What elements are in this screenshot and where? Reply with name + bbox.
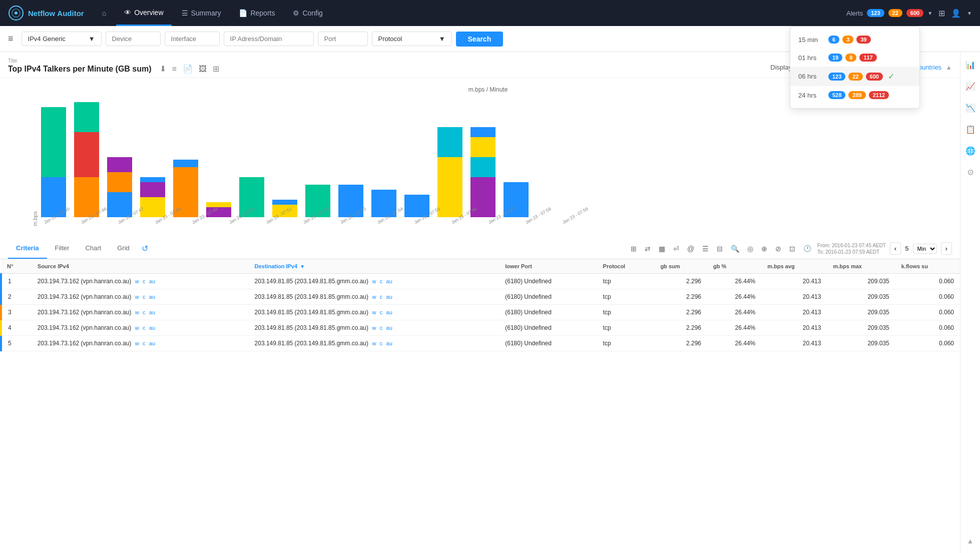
bar-group-10[interactable]: [368, 97, 399, 217]
alert-row-6hr[interactable]: 06 hrs 123 22 600 ✓: [790, 67, 919, 86]
user-icon[interactable]: 👤: [951, 9, 961, 18]
source-link-au[interactable]: au: [149, 278, 155, 284]
dest-link-w[interactable]: w: [372, 325, 376, 331]
at-icon[interactable]: @: [685, 243, 696, 255]
link-icon[interactable]: ⊘: [773, 243, 783, 255]
bar-group-5[interactable]: [203, 97, 234, 217]
notifications-icon[interactable]: ⊞: [938, 9, 945, 18]
alerts-badge-blue[interactable]: 123: [867, 9, 884, 17]
col-gbpct[interactable]: gb %: [707, 259, 761, 274]
collapse-icon[interactable]: ▲: [945, 64, 952, 71]
nav-overview[interactable]: 👁 Overview: [116, 0, 171, 26]
bar-group-8[interactable]: [302, 97, 333, 217]
nav-config[interactable]: ⚙ Config: [285, 0, 330, 26]
port-input[interactable]: [318, 32, 368, 46]
col-dest[interactable]: Destination IPv4 ▼: [249, 259, 500, 274]
user-dropdown-arrow[interactable]: ▼: [967, 11, 972, 16]
source-link-au[interactable]: au: [149, 309, 155, 315]
source-link-c[interactable]: c: [143, 325, 146, 331]
col-port[interactable]: lower Port: [499, 259, 597, 274]
source-link-w[interactable]: w: [135, 340, 139, 346]
bar-group-14[interactable]: [501, 97, 532, 217]
area-chart-icon[interactable]: 📉: [961, 99, 979, 117]
bar-group-7[interactable]: [269, 97, 300, 217]
nav-reports[interactable]: 📄 Reports: [231, 0, 283, 26]
source-link-w[interactable]: w: [135, 294, 139, 300]
pdf-icon[interactable]: 📄: [183, 64, 193, 74]
swap-icon[interactable]: ⇄: [643, 243, 653, 255]
alert-row-15min[interactable]: 15 min 6 3 39: [790, 31, 919, 49]
grid-icon[interactable]: ⊞: [629, 243, 639, 255]
dest-link-c[interactable]: c: [380, 309, 383, 315]
source-link-w[interactable]: w: [135, 309, 139, 315]
protocol-select[interactable]: Protocol ▼: [372, 32, 452, 46]
prev-page-button[interactable]: ‹: [890, 242, 901, 255]
source-link-c[interactable]: c: [143, 309, 146, 315]
interface-input[interactable]: [165, 32, 220, 46]
table-wrapper[interactable]: N° Source IPv4 Destination IPv4 ▼ lower …: [0, 259, 960, 553]
tab-grid[interactable]: Grid: [109, 238, 138, 259]
alerts-dropdown-arrow[interactable]: ▼: [927, 11, 932, 16]
sidebar-collapse-icon[interactable]: ▲: [963, 533, 978, 549]
dest-link-c[interactable]: c: [380, 294, 383, 300]
bar-group-13[interactable]: [467, 97, 499, 217]
dest-link-au[interactable]: au: [386, 294, 392, 300]
bar-group-3[interactable]: [137, 97, 168, 217]
history-icon[interactable]: ⏎: [671, 243, 681, 255]
nav-home[interactable]: ⌂: [94, 0, 114, 26]
source-link-c[interactable]: c: [143, 278, 146, 284]
search-button[interactable]: Search: [456, 32, 504, 47]
menu-icon[interactable]: ≡: [8, 34, 14, 44]
source-link-w[interactable]: w: [135, 325, 139, 331]
target-icon[interactable]: ◎: [745, 243, 755, 255]
col-source[interactable]: Source IPv4: [32, 259, 249, 274]
profile-select[interactable]: IPv4 Generic ▼: [22, 32, 102, 46]
columns-icon[interactable]: ⊟: [715, 243, 725, 255]
bar-group-9[interactable]: [335, 97, 366, 217]
dest-link-w[interactable]: w: [372, 278, 376, 284]
dest-link-au[interactable]: au: [386, 325, 392, 331]
merge-icon[interactable]: ⊕: [759, 243, 769, 255]
table-chart-icon[interactable]: 📋: [961, 121, 979, 138]
bar-icon[interactable]: ▦: [657, 243, 667, 255]
download-icon[interactable]: ⬇: [160, 64, 166, 74]
zoom-icon[interactable]: 🔍: [729, 243, 741, 255]
alerts-badge-red[interactable]: 600: [906, 9, 923, 17]
settings-icon[interactable]: ⚙: [963, 164, 978, 181]
globe-icon[interactable]: 🌐: [961, 142, 979, 160]
screenshot-icon[interactable]: 🖼: [199, 65, 207, 74]
list-icon[interactable]: ☰: [700, 243, 711, 255]
col-mbpsavg[interactable]: m.bps avg: [761, 259, 827, 274]
alert-row-24hr[interactable]: 24 hrs 528 289 2112: [790, 86, 919, 104]
bar-group-2[interactable]: [104, 97, 135, 217]
bar-group-1[interactable]: [71, 97, 102, 217]
dest-link-au[interactable]: au: [386, 309, 392, 315]
dest-link-w[interactable]: w: [372, 294, 376, 300]
tab-filter[interactable]: Filter: [47, 238, 78, 259]
tab-criteria[interactable]: Criteria: [8, 238, 47, 259]
filter-icon[interactable]: ≡: [172, 65, 177, 74]
tab-chart[interactable]: Chart: [77, 238, 109, 259]
col-mbpsmax[interactable]: m.bps max: [827, 259, 895, 274]
dest-link-w[interactable]: w: [372, 309, 376, 315]
col-gbsum[interactable]: gb sum: [654, 259, 707, 274]
source-link-c[interactable]: c: [143, 340, 146, 346]
bar-group-11[interactable]: [401, 97, 432, 217]
bar-group-12[interactable]: [434, 97, 465, 217]
dest-link-au[interactable]: au: [386, 340, 392, 346]
page-min-select[interactable]: Min: [913, 244, 937, 254]
bar-chart-icon[interactable]: 📊: [961, 56, 979, 74]
dest-link-c[interactable]: c: [380, 278, 383, 284]
clock-icon[interactable]: 🕐: [801, 243, 813, 254]
source-link-au[interactable]: au: [149, 294, 155, 300]
box-icon[interactable]: ⊡: [787, 243, 797, 255]
dest-link-w[interactable]: w: [372, 340, 376, 346]
layout-icon[interactable]: ⊞: [213, 64, 219, 74]
source-link-au[interactable]: au: [149, 325, 155, 331]
dest-link-au[interactable]: au: [386, 278, 392, 284]
next-page-button[interactable]: ›: [941, 242, 952, 255]
col-protocol[interactable]: Protocol: [597, 259, 655, 274]
ip-input[interactable]: [224, 32, 314, 46]
bar-group-6[interactable]: [236, 97, 267, 217]
source-link-w[interactable]: w: [135, 278, 139, 284]
